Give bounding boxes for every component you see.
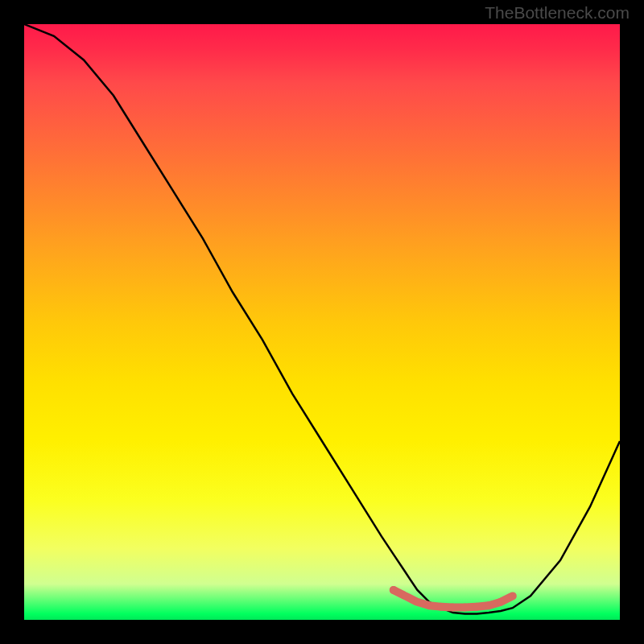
marker-segment bbox=[429, 605, 441, 607]
marker-segment bbox=[501, 596, 513, 601]
marker-segment bbox=[465, 607, 477, 608]
main-curve-path bbox=[24, 24, 620, 614]
marker-segment bbox=[477, 605, 489, 607]
marker-segment bbox=[441, 607, 453, 608]
marker-band-group bbox=[390, 586, 517, 608]
marker-dot bbox=[390, 586, 398, 594]
marker-segment bbox=[406, 596, 418, 601]
watermark-text: TheBottleneck.com bbox=[485, 3, 630, 23]
marker-dot bbox=[509, 592, 517, 600]
marker-segment bbox=[489, 602, 501, 605]
marker-segment bbox=[417, 602, 429, 605]
chart-gradient-area bbox=[24, 24, 620, 620]
marker-segment bbox=[394, 590, 406, 596]
chart-svg bbox=[24, 24, 620, 620]
